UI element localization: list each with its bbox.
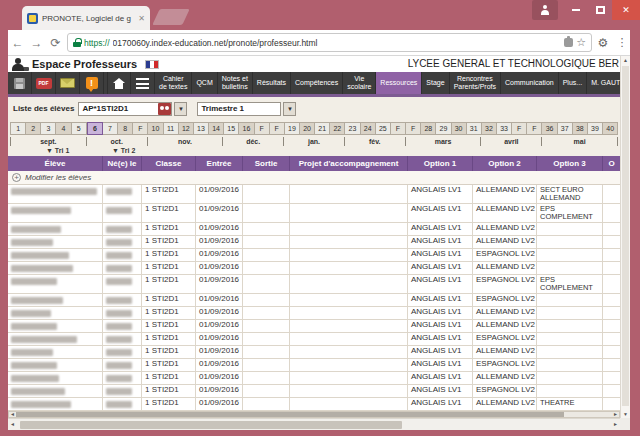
student-row[interactable]: 1 STI2D101/09/2016ANGLAIS LV1ESPAGNOL LV… — [8, 359, 620, 372]
student-row[interactable]: 1 STI2D101/09/2016ANGLAIS LV1ALLEMAND LV… — [8, 346, 620, 359]
week-cell-6[interactable]: 6 — [87, 122, 103, 135]
week-cell-13[interactable]: 13 — [194, 122, 209, 135]
chrome-menu-icon[interactable]: ⋮ — [614, 36, 630, 49]
student-row[interactable]: 1 STI2D101/09/2016ANGLAIS LV1ALLEMAND LV… — [8, 320, 620, 333]
new-tab-button[interactable] — [152, 9, 189, 25]
week-cell-5[interactable]: 5 — [72, 122, 87, 135]
week-cell-33[interactable]: 33 — [497, 122, 512, 135]
url-input[interactable]: https:// 0170060y.index-education.net/pr… — [67, 33, 592, 52]
week-cell-8[interactable]: 8 — [118, 122, 133, 135]
tab-cahier-de-textes[interactable]: Cahier de textes — [155, 72, 192, 94]
col-header-l-ve[interactable]: Élève — [8, 156, 103, 171]
student-row[interactable]: 1 STI2D101/09/2016ANGLAIS LV1ALLEMAND LV… — [8, 372, 620, 385]
col-header-option-3[interactable]: Option 3 — [537, 156, 603, 171]
tab-qcm[interactable]: QCM — [192, 72, 217, 94]
week-cell-21[interactable]: 21 — [315, 122, 330, 135]
tab-rencontres-parents-profs[interactable]: Rencontres Parents/Profs — [450, 72, 501, 94]
home-button[interactable] — [107, 72, 131, 94]
student-row[interactable]: 1 STI2D101/09/2016ANGLAIS LV1ALLEMAND LV… — [8, 223, 620, 236]
pdf-button[interactable]: PDF — [32, 72, 56, 94]
week-cell-26[interactable]: F — [391, 122, 406, 135]
tab-close-icon[interactable]: ✕ — [138, 14, 145, 23]
student-row[interactable]: 1 STI2D101/09/2016ANGLAIS LV1ALLEMAND LV… — [8, 236, 620, 249]
week-cell-9[interactable]: F — [133, 122, 148, 135]
week-cell-39[interactable]: 39 — [588, 122, 603, 135]
week-cell-37[interactable]: 37 — [558, 122, 573, 135]
tab-ressources[interactable]: Ressources — [376, 72, 422, 94]
tri-marker-tri-1[interactable]: ▼ Tri 1 — [46, 147, 69, 154]
week-cell-14[interactable]: 14 — [209, 122, 224, 135]
browser-tab[interactable]: PRONOTE, Logiciel de g ✕ — [22, 6, 150, 30]
student-row[interactable]: 1 STI2D101/09/2016ANGLAIS LV1ALLEMAND LV… — [8, 307, 620, 320]
page-scroll-down-icon[interactable]: ▼ — [623, 411, 628, 417]
week-cell-4[interactable]: 4 — [56, 122, 71, 135]
close-button[interactable]: ✕ — [612, 0, 640, 20]
week-cell-11[interactable]: 11 — [164, 122, 179, 135]
student-row[interactable]: 1 STI2D101/09/2016ANGLAIS LV1ESPAGNOL LV… — [8, 249, 620, 262]
col-header-option-2[interactable]: Option 2 — [473, 156, 537, 171]
page-hscroll-thumb[interactable] — [20, 421, 402, 429]
student-row[interactable]: 1 STI2D101/09/2016ANGLAIS LV1ESPAGNOL LV… — [8, 333, 620, 346]
week-cell-35[interactable]: F — [527, 122, 542, 135]
settings-gear-icon[interactable]: ⚙ — [592, 36, 614, 50]
week-cell-31[interactable]: 31 — [467, 122, 482, 135]
col-header-n-e-le[interactable]: Né(e) le — [103, 156, 142, 171]
week-cell-22[interactable]: 22 — [330, 122, 345, 135]
week-cell-12[interactable]: 12 — [179, 122, 194, 135]
user-menu-m-gaut[interactable]: M. GAUT — [587, 72, 620, 94]
reload-icon[interactable]: ⟳ — [46, 36, 65, 50]
back-icon[interactable]: ← — [8, 36, 27, 50]
week-cell-16[interactable]: 16 — [239, 122, 254, 135]
tab-vie-scolaire[interactable]: Vie scolaire — [343, 72, 376, 94]
period-dropdown-button[interactable]: ▼ — [283, 102, 296, 116]
bookmark-star-icon[interactable]: ☆ — [576, 36, 586, 49]
page-vscroll-thumb[interactable] — [622, 66, 629, 406]
week-cell-29[interactable]: 29 — [436, 122, 451, 135]
mail-button[interactable] — [56, 72, 80, 94]
page-horizontal-scrollbar[interactable]: ◄ ► — [8, 418, 620, 430]
week-cell-24[interactable]: 24 — [361, 122, 376, 135]
tab-communication[interactable]: Communication — [501, 72, 559, 94]
list-button[interactable] — [131, 72, 155, 94]
week-cell-30[interactable]: 30 — [452, 122, 467, 135]
week-cell-18[interactable]: F — [270, 122, 285, 135]
scroll-right-icon[interactable]: ► — [613, 412, 618, 417]
col-header-o[interactable]: O — [603, 156, 620, 171]
save-button[interactable] — [8, 72, 32, 94]
tri-marker-tri-2[interactable]: ▼ Tri 2 — [112, 147, 135, 154]
week-cell-25[interactable]: 25 — [376, 122, 391, 135]
week-cell-32[interactable]: 32 — [482, 122, 497, 135]
binoculars-icon[interactable] — [158, 103, 171, 115]
student-row[interactable]: 1 STI2D101/09/2016ANGLAIS LV1ESPAGNOL LV… — [8, 385, 620, 398]
modify-students-action[interactable]: + Modifier les élèves — [8, 171, 620, 185]
tab-r-sultats[interactable]: Résultats — [253, 72, 291, 94]
maximize-button[interactable] — [588, 0, 612, 20]
french-flag-icon[interactable] — [145, 60, 159, 69]
student-row[interactable]: 1 STI2D101/09/2016ANGLAIS LV1ALLEMAND LV… — [8, 204, 620, 223]
week-cell-20[interactable]: 20 — [300, 122, 315, 135]
student-row[interactable]: 1 STI2D101/09/2016ANGLAIS LV1ALLEMAND LV… — [8, 185, 620, 204]
page-scroll-left-icon[interactable]: ◄ — [10, 422, 15, 427]
week-cell-10[interactable]: 10 — [148, 122, 163, 135]
plugin-icon[interactable] — [564, 38, 573, 47]
student-list-combo[interactable]: AP*1STI2D1 — [78, 102, 172, 116]
tab-stage[interactable]: Stage — [422, 72, 449, 94]
tab-notes-et-bulletins[interactable]: Notes et bulletins — [218, 72, 253, 94]
student-list-dropdown-button[interactable]: ▼ — [174, 102, 187, 116]
minimize-button[interactable] — [564, 0, 588, 20]
week-cell-15[interactable]: 15 — [224, 122, 239, 135]
col-header-projet-d-accompagnement[interactable]: Projet d'accompagnement — [290, 156, 408, 171]
week-cell-23[interactable]: 23 — [345, 122, 360, 135]
week-cell-38[interactable]: 38 — [573, 122, 588, 135]
student-row[interactable]: 1 STI2D101/09/2016ANGLAIS LV1ESPAGNOL LV… — [8, 294, 620, 307]
col-header-classe[interactable]: Classe — [142, 156, 196, 171]
page-scroll-right-icon[interactable]: ► — [613, 422, 618, 427]
week-cell-19[interactable]: 19 — [285, 122, 300, 135]
alert-button[interactable]: ! — [80, 72, 104, 94]
period-combo[interactable]: Trimestre 1 — [197, 102, 281, 116]
week-cell-17[interactable]: F — [255, 122, 270, 135]
student-row[interactable]: 1 STI2D101/09/2016ANGLAIS LV1ESPAGNOL LV… — [8, 275, 620, 294]
chrome-profile-button[interactable] — [532, 0, 558, 20]
forward-icon[interactable]: → — [27, 36, 46, 50]
student-row[interactable]: 1 STI2D101/09/2016ANGLAIS LV1ALLEMAND LV… — [8, 262, 620, 275]
